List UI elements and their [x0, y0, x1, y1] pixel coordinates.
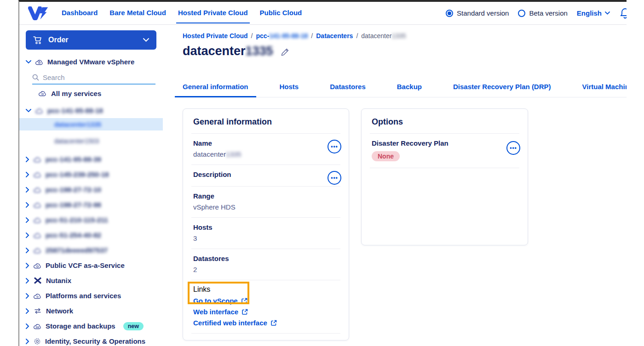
nav-bare-metal-cloud[interactable]: Bare Metal Cloud — [109, 2, 166, 25]
links-label: Links — [193, 285, 339, 294]
eye-icon — [34, 338, 41, 345]
breadcrumb-separator: / — [311, 32, 313, 40]
sidebar-search — [32, 71, 155, 85]
radio-unselected-icon — [518, 10, 525, 17]
cloud-lock-icon — [34, 232, 41, 238]
nav-hosted-private-cloud[interactable]: Hosted Private Cloud — [178, 2, 248, 25]
top-header: Dashboard Bare Metal Cloud Hosted Privat… — [19, 2, 627, 25]
row-label: Datastores — [193, 255, 339, 262]
row-label: Name — [193, 139, 339, 147]
search-input[interactable] — [43, 74, 139, 81]
sidebar-service-expanded[interactable]: pcc-141-95-88-18 — [19, 103, 163, 118]
chevron-right-icon[interactable] — [26, 308, 29, 314]
chevron-right-icon[interactable] — [26, 187, 29, 193]
breadcrumb-datacenters[interactable]: Datacenters — [316, 32, 353, 40]
sidebar-datacenter-selected[interactable]: datacenter1335 — [19, 118, 163, 130]
search-icon — [32, 74, 39, 81]
row-range: Range vSphere HDS — [183, 187, 349, 217]
edit-pencil-icon[interactable] — [281, 48, 289, 57]
card-title: General information — [183, 109, 349, 133]
chevron-right-icon[interactable] — [26, 293, 29, 299]
chevron-down-icon[interactable] — [26, 60, 31, 64]
tab-disaster-recovery-plan[interactable]: Disaster Recovery Plan (DRP) — [453, 83, 551, 97]
tab-datastores[interactable]: Datastores — [330, 83, 366, 97]
breadcrumb-current: datacenter1335 — [361, 32, 406, 40]
cloud-icon — [34, 293, 41, 299]
sidebar-service-collapsed[interactable]: pcc-145-239-250-18 — [19, 167, 163, 182]
chevron-right-icon[interactable] — [26, 172, 29, 177]
section-label: Managed VMware vSphere — [47, 58, 134, 66]
service-label-redacted: pcc-141-95-88-18 — [47, 107, 103, 114]
sidebar-service-collapsed[interactable]: pcc-51-210-115-211 — [19, 212, 163, 227]
sidebar-service-collapsed[interactable]: pcc-198-27-72-98 — [19, 197, 163, 212]
sidebar-item-all-my-services[interactable]: All my services — [19, 86, 163, 100]
sidebar-section-storage-backups[interactable]: Storage and backups new — [19, 318, 163, 334]
page-title-prefix: datacenter — [183, 44, 246, 58]
sidebar-section-nutanix[interactable]: Nutanix — [19, 273, 163, 288]
web-interface-link[interactable]: Web interface — [193, 308, 339, 316]
chevron-right-icon[interactable] — [26, 248, 29, 253]
drp-actions-menu-button[interactable]: ••• — [506, 141, 520, 155]
chevron-down-icon[interactable] — [26, 109, 31, 113]
drp-none-status-badge: None — [372, 151, 400, 161]
nutanix-x-icon — [34, 277, 42, 284]
tab-general-information[interactable]: General information — [183, 83, 248, 97]
ovhcloud-logo-icon[interactable] — [28, 6, 49, 20]
row-datastores: Datastores 2 — [183, 249, 349, 280]
tab-hosts[interactable]: Hosts — [280, 83, 299, 97]
cloud-lock-icon — [39, 90, 46, 96]
sidebar-section-platforms[interactable]: Platforms and services — [19, 288, 163, 303]
cloud-lock-icon — [34, 247, 41, 254]
chevron-right-icon[interactable] — [26, 217, 29, 223]
nav-public-cloud[interactable]: Public Cloud — [260, 2, 302, 25]
service-label-redacted: pcc-198-27-72-98 — [46, 201, 101, 209]
order-button[interactable]: Order — [26, 30, 156, 50]
nav-dashboard[interactable]: Dashboard — [62, 2, 98, 25]
chevron-right-icon[interactable] — [26, 233, 29, 238]
breadcrumb-hosted-private-cloud[interactable]: Hosted Private Cloud — [183, 32, 248, 40]
breadcrumb-service-redacted: 141-95-88-18 — [269, 32, 308, 40]
chevron-right-icon[interactable] — [26, 263, 29, 268]
hosts-count: 3 — [193, 234, 339, 242]
tab-virtual-machines[interactable]: Virtual Machines — [582, 83, 627, 97]
sidebar-section-managed-vmware-vsphere[interactable]: Managed VMware vSphere — [19, 54, 163, 69]
link-label: Certified web interface — [193, 319, 267, 327]
datastores-count: 2 — [193, 266, 339, 273]
language-selector[interactable]: English — [577, 9, 610, 17]
sidebar-service-collapsed[interactable]: pcc-198-27-72-10 — [19, 182, 163, 197]
external-link-icon — [270, 320, 277, 326]
cloud-lock-icon — [34, 262, 41, 269]
certified-web-interface-link[interactable]: Certified web interface — [193, 319, 339, 327]
sidebar-section-identity-security[interactable]: Identity, Security & Operations — [19, 334, 163, 346]
sidebar-service-collapsed[interactable]: pcc-51-254-40-82 — [19, 227, 163, 243]
page-title: datacenter1335 — [183, 44, 289, 58]
sidebar-section-network[interactable]: Network — [19, 303, 163, 318]
notifications-bell-icon[interactable] — [620, 8, 627, 19]
beta-version-label: Beta version — [529, 9, 567, 17]
main-content: Hosted Private Cloud / pcc-141-95-88-18 … — [163, 25, 627, 346]
standard-version-radio[interactable]: Standard version — [446, 9, 509, 17]
chevron-right-icon[interactable] — [26, 339, 29, 344]
sidebar-section-public-vcf[interactable]: Public VCF as-a-Service — [19, 258, 163, 273]
chevron-right-icon[interactable] — [26, 157, 29, 162]
sidebar-service-collapsed[interactable]: 25871deeeed97537 — [19, 243, 163, 258]
arrows-swap-icon — [34, 308, 42, 314]
chevron-right-icon[interactable] — [26, 278, 29, 284]
beta-version-radio[interactable]: Beta version — [518, 9, 567, 17]
go-to-vscope-link[interactable]: Go to vScope — [193, 297, 339, 305]
chevron-right-icon[interactable] — [26, 202, 29, 208]
section-label: Identity, Security & Operations — [45, 337, 145, 345]
radio-selected-icon — [446, 10, 453, 17]
service-label-redacted: pcc-198-27-72-10 — [46, 186, 101, 193]
external-link-icon — [241, 298, 247, 304]
primary-nav: Dashboard Bare Metal Cloud Hosted Privat… — [62, 2, 302, 25]
sidebar-datacenter[interactable]: datacenter1503 — [19, 135, 163, 147]
sidebar-service-collapsed[interactable]: pcc-141-95-88-39 — [19, 152, 163, 167]
name-actions-menu-button[interactable]: ••• — [328, 140, 341, 153]
description-actions-menu-button[interactable]: ••• — [328, 171, 341, 185]
tab-backup[interactable]: Backup — [397, 83, 422, 97]
page-title-redacted: 1335 — [246, 44, 273, 58]
section-label: Storage and backups — [46, 322, 115, 330]
chevron-right-icon[interactable] — [26, 323, 29, 329]
breadcrumb-service[interactable]: pcc-141-95-88-18 — [256, 32, 308, 40]
